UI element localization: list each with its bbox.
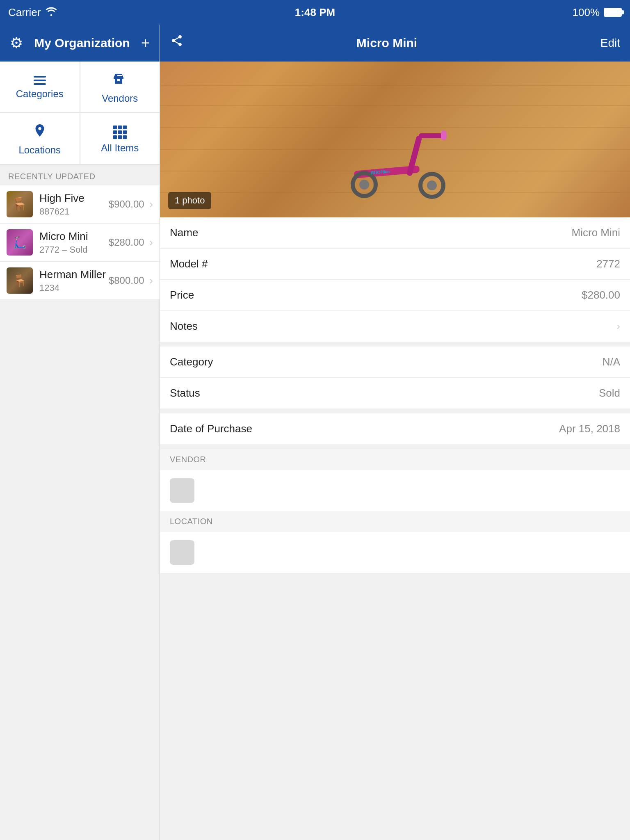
vendor-box[interactable] <box>160 470 630 511</box>
chevron-right-icon: › <box>149 274 153 287</box>
detail-section-category: Category N/A Status Sold <box>160 347 630 409</box>
field-name[interactable]: Name Micro Mini <box>160 217 630 249</box>
chevron-right-icon: › <box>149 236 153 249</box>
nav-categories[interactable]: Categories <box>0 62 80 113</box>
svg-point-7 <box>359 180 369 189</box>
share-action[interactable] <box>170 34 203 52</box>
svg-point-5 <box>427 180 437 190</box>
item-thumbnail: 🛴 <box>7 229 33 256</box>
field-value: $280.00 <box>582 289 620 301</box>
locations-label: Locations <box>18 144 61 156</box>
battery-percent: 100% <box>573 6 600 19</box>
right-panel: Micro Mini Edit <box>160 25 630 840</box>
field-value: Sold <box>599 387 620 399</box>
item-sub: 887621 <box>39 206 109 217</box>
field-value: Micro Mini <box>572 226 620 239</box>
item-list: 🪑 High Five 887621 $900.00 › 🛴 Micro Min… <box>0 185 160 840</box>
field-date-of-purchase[interactable]: Date of Purchase Apr 15, 2018 <box>160 413 630 444</box>
org-title: My Organization <box>34 36 130 50</box>
item-price: $280.00 <box>109 237 144 248</box>
list-item[interactable]: 🛴 Micro Mini 2772 – Sold $280.00 › <box>0 224 160 262</box>
item-name: Herman Miller <box>39 268 109 281</box>
field-category[interactable]: Category N/A <box>160 347 630 378</box>
item-thumbnail: 🪑 <box>7 267 33 294</box>
svg-rect-2 <box>419 133 443 138</box>
chevron-right-icon: › <box>149 198 153 211</box>
item-name: High Five <box>39 192 109 205</box>
settings-icon[interactable]: ⚙ <box>10 34 23 52</box>
field-notes[interactable]: Notes › <box>160 311 630 342</box>
scooter-image: micro mini <box>329 115 461 205</box>
categories-label: Categories <box>16 88 64 100</box>
vendor-label: VENDOR <box>170 455 206 464</box>
field-value: Apr 15, 2018 <box>559 422 620 435</box>
field-label: Price <box>170 289 582 301</box>
pin-icon <box>32 123 47 141</box>
all-items-label: All Items <box>101 142 139 154</box>
field-label: Notes <box>170 320 612 333</box>
battery-icon <box>604 8 622 17</box>
nav-all-items[interactable]: All Items <box>80 113 160 164</box>
right-header: Micro Mini Edit <box>160 25 630 62</box>
location-placeholder <box>170 540 194 565</box>
detail-section-purchase: Date of Purchase Apr 15, 2018 <box>160 413 630 444</box>
item-info: High Five 887621 <box>39 192 109 217</box>
location-section-header: LOCATION <box>160 511 630 532</box>
hamburger-icon <box>34 76 46 85</box>
list-item[interactable]: 🪑 High Five 887621 $900.00 › <box>0 185 160 224</box>
header-actions: Edit <box>571 37 620 50</box>
item-info: Micro Mini 2772 – Sold <box>39 230 109 255</box>
nav-vendors[interactable]: Vendors <box>80 62 160 113</box>
add-item-button[interactable]: + <box>141 34 150 52</box>
list-item[interactable]: 🪑 Herman Miller 1234 $800.00 › <box>0 262 160 300</box>
field-label: Date of Purchase <box>170 422 559 435</box>
location-label: LOCATION <box>170 517 213 526</box>
main-container: ⚙ My Organization + Categories Vendors <box>0 25 630 840</box>
status-bar: Carrier 1:48 PM 100% <box>0 0 630 25</box>
field-model[interactable]: Model # 2772 <box>160 249 630 280</box>
nav-locations[interactable]: Locations <box>0 113 80 164</box>
field-value: N/A <box>603 356 620 368</box>
bottom-spacer <box>160 573 630 589</box>
edit-button[interactable]: Edit <box>600 37 620 50</box>
detail-title: Micro Mini <box>203 36 571 50</box>
svg-text:mini: mini <box>383 169 390 174</box>
svg-rect-3 <box>441 130 447 140</box>
recently-updated-label: RECENTLY UPDATED <box>0 164 160 185</box>
store-icon <box>112 71 127 89</box>
status-left: Carrier <box>8 6 57 19</box>
item-price: $800.00 <box>109 275 144 286</box>
status-time: 1:48 PM <box>295 6 335 19</box>
photo-count-badge: 1 photo <box>168 192 211 209</box>
grid-icon <box>113 126 127 139</box>
nav-grid: Categories Vendors Locations <box>0 62 160 164</box>
vendors-label: Vendors <box>102 93 138 104</box>
left-panel: ⚙ My Organization + Categories Vendors <box>0 25 160 840</box>
field-label: Status <box>170 387 599 399</box>
item-thumbnail: 🪑 <box>7 191 33 217</box>
field-value: 2772 <box>596 258 620 270</box>
detail-section-main: Name Micro Mini Model # 2772 Price $280.… <box>160 217 630 342</box>
item-info: Herman Miller 1234 <box>39 268 109 293</box>
carrier-label: Carrier <box>8 6 41 19</box>
item-name: Micro Mini <box>39 230 109 243</box>
field-label: Model # <box>170 258 596 270</box>
wifi-icon <box>46 6 57 19</box>
chevron-right-icon: › <box>616 320 620 333</box>
field-status[interactable]: Status Sold <box>160 378 630 409</box>
item-sub: 1234 <box>39 283 109 293</box>
item-photo[interactable]: micro mini 1 photo <box>160 62 630 217</box>
item-sub: 2772 – Sold <box>39 244 109 255</box>
vendor-placeholder <box>170 478 194 503</box>
field-label: Category <box>170 356 603 368</box>
field-price[interactable]: Price $280.00 <box>160 280 630 311</box>
location-box[interactable] <box>160 532 630 573</box>
item-price: $900.00 <box>109 199 144 210</box>
status-right: 100% <box>573 6 622 19</box>
field-label: Name <box>170 226 572 239</box>
left-header: ⚙ My Organization + <box>0 25 160 62</box>
vendor-section-header: VENDOR <box>160 449 630 470</box>
